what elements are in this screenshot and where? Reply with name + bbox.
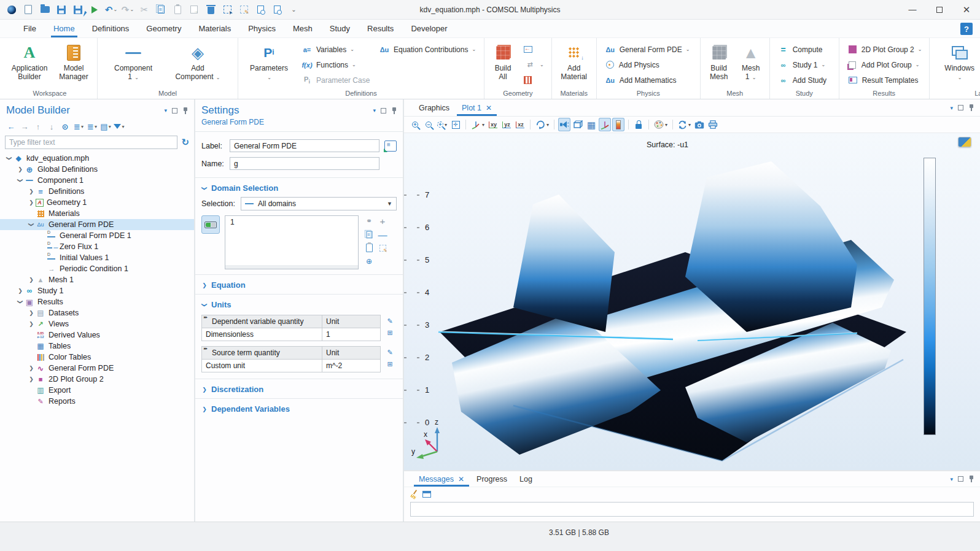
table-cell[interactable]: Custom unit — [202, 360, 322, 372]
rename-icon[interactable] — [384, 141, 397, 152]
tree-item-study1[interactable]: ❯Study 1 — [0, 285, 194, 296]
section-equation[interactable]: ❯Equation — [195, 276, 403, 293]
minimize-icon[interactable]: — — [899, 0, 926, 19]
application-builder-button[interactable]: A Application Builder — [7, 42, 52, 83]
mesh1-button[interactable]: ▲ Mesh 1 ⌄ — [737, 42, 764, 83]
model-manager-button[interactable]: Model Manager — [55, 42, 92, 83]
pin-icon[interactable] — [182, 107, 188, 115]
section-units[interactable]: ❯Units — [195, 296, 403, 312]
move-down-icon[interactable]: ↓ — [45, 120, 58, 133]
active-toggle-button[interactable] — [201, 215, 220, 234]
edit-table-icon[interactable] — [384, 316, 395, 326]
component1-button[interactable]: Component 1 ⌄ — [111, 42, 155, 83]
add-icon[interactable]: + — [377, 215, 388, 226]
float-panel-icon[interactable] — [958, 476, 963, 482]
back-icon[interactable]: ← — [5, 120, 17, 133]
create-selection-icon[interactable]: ⚭ — [364, 215, 375, 226]
tree-item-datasets[interactable]: ❯Datasets — [0, 307, 194, 318]
table-cell[interactable]: m^-2 — [322, 360, 380, 372]
pin-icon[interactable] — [968, 104, 974, 112]
tree-item-derived-values[interactable]: Derived Values — [0, 329, 194, 341]
select-box-icon[interactable] — [219, 2, 235, 18]
rotate-icon[interactable]: ▾ — [534, 118, 550, 131]
build-mesh-button[interactable]: Build Mesh — [706, 42, 733, 83]
geometry-import-button[interactable] — [521, 42, 546, 57]
go-to-view-icon[interactable]: ▾ — [470, 118, 486, 131]
panel-menu-icon[interactable]: ▾ — [373, 107, 376, 114]
pin-icon[interactable] — [391, 107, 397, 115]
duplicate-icon[interactable] — [186, 2, 202, 18]
panel-menu-icon[interactable]: ▾ — [164, 107, 167, 114]
find-in-model-icon[interactable] — [269, 2, 285, 18]
save-as-icon[interactable] — [70, 2, 86, 18]
collapse-icon[interactable]: ≣▾ — [86, 120, 98, 133]
new-file-icon[interactable] — [20, 2, 36, 18]
refresh-icon[interactable]: ↻ — [181, 137, 189, 148]
tree-item-tables[interactable]: Tables — [0, 341, 194, 352]
tree-item-component1[interactable]: ❯Component 1 — [0, 175, 194, 186]
tree-item-global-definitions[interactable]: ❯Global Definitions — [0, 164, 194, 175]
zoom-in-icon[interactable]: + — [409, 118, 421, 131]
study1-button[interactable]: ∞Study 1⌄ — [775, 57, 834, 72]
filter-icon[interactable]: ▾ — [113, 120, 125, 133]
plot-group2-button[interactable]: 2D Plot Group 2⌄ — [844, 42, 924, 57]
tab-geometry[interactable]: Geometry — [138, 20, 190, 37]
equation-contributions-button[interactable]: ΔuEquation Contributions⌄ — [376, 42, 479, 57]
tab-materials[interactable]: Materials — [190, 20, 239, 37]
physics-interface-button[interactable]: ΔuGeneral Form PDE⌄ — [602, 42, 695, 57]
messages-output[interactable] — [410, 502, 974, 517]
zoom-out-icon[interactable]: − — [422, 118, 435, 131]
tree-item-geometry1[interactable]: ❯Geometry 1 — [0, 197, 194, 208]
tree-item-root[interactable]: ❯kdv_equation.mph — [0, 153, 194, 164]
add-material-button[interactable]: Add Material — [557, 42, 591, 83]
plot-canvas[interactable]: Surface: -u1 — [404, 133, 980, 470]
tree-item-materials[interactable]: Materials — [0, 208, 194, 219]
parameters-button[interactable]: Pi Parameters⌄ — [248, 42, 290, 88]
tree-filter-input[interactable] — [5, 136, 177, 149]
zoom-to-selection-icon[interactable]: ⊕ — [364, 256, 375, 267]
tab-file[interactable]: File — [15, 20, 45, 37]
copy-icon[interactable] — [153, 2, 169, 18]
add-component-button[interactable]: ◈ Add Component ⌄ — [171, 42, 224, 83]
open-in-window-icon[interactable] — [422, 491, 431, 498]
redo-icon[interactable]: ↷⌄ — [120, 2, 136, 18]
tab-definitions[interactable]: Definitions — [84, 20, 138, 37]
add-mathematics-button[interactable]: ΔuAdd Mathematics — [602, 72, 695, 88]
run-icon[interactable] — [87, 2, 103, 18]
name-field[interactable] — [230, 157, 379, 170]
show-icon[interactable]: ⊙ — [59, 120, 71, 133]
show-colorbar-icon[interactable] — [612, 118, 624, 131]
section-discretization[interactable]: ❯Discretization — [195, 380, 403, 397]
zoom-box-icon[interactable]: +▾ — [436, 118, 448, 131]
paste-selection-icon[interactable] — [364, 242, 375, 253]
tab-physics[interactable]: Physics — [239, 20, 284, 37]
tree-item-general-form-pde1[interactable]: General Form PDE 1 — [0, 230, 194, 241]
update-icon[interactable]: ▾ — [677, 118, 692, 131]
delete-icon[interactable] — [203, 2, 219, 18]
tab-progress[interactable]: Progress — [470, 471, 513, 487]
tree-item-results-pde[interactable]: ❯General Form PDE — [0, 363, 194, 374]
tree-item-export[interactable]: Export — [0, 385, 194, 396]
environment-icon[interactable] — [572, 118, 584, 131]
color-palette-icon[interactable]: ▾ — [653, 118, 669, 131]
find-icon[interactable] — [252, 2, 268, 18]
tab-mesh[interactable]: Mesh — [284, 20, 321, 37]
show-axes-icon[interactable] — [599, 118, 611, 131]
expand-icon[interactable]: ≣▾ — [72, 120, 85, 133]
deselect-box-icon[interactable] — [236, 2, 252, 18]
label-field[interactable] — [230, 139, 379, 152]
add-plot-group-button[interactable]: Add Plot Group⌄ — [844, 57, 924, 72]
node-grouping-icon[interactable]: ▤▾ — [99, 120, 112, 133]
build-all-button[interactable]: Build All — [489, 42, 516, 88]
tree-item-general-form-pde[interactable]: ❯General Form PDE — [0, 219, 194, 230]
lock-icon[interactable] — [632, 118, 645, 131]
scene-light-icon[interactable] — [558, 118, 570, 131]
tree-item-reports[interactable]: Reports — [0, 396, 194, 407]
tree-item-zero-flux1[interactable]: Zero Flux 1 — [0, 241, 194, 252]
tab-messages[interactable]: Messages✕ — [413, 471, 470, 487]
tab-graphics[interactable]: Graphics — [413, 99, 456, 116]
save-icon[interactable] — [53, 2, 69, 18]
table-cell[interactable]: 1 — [322, 328, 380, 341]
geometry-update-button[interactable]: ⇄⌄ — [521, 57, 546, 72]
float-panel-icon[interactable] — [958, 105, 963, 110]
